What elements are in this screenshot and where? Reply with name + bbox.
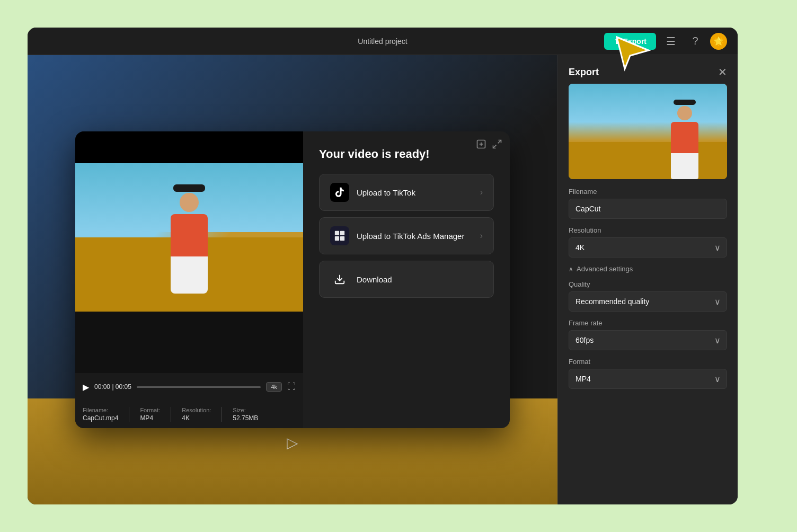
framerate-field: Frame rate 60fps ∨ <box>558 319 738 358</box>
file-info-divider-2 <box>171 407 171 422</box>
tiktok-ads-icon <box>330 226 349 245</box>
advanced-settings-toggle[interactable]: ∧ Advanced settings <box>558 265 738 280</box>
framerate-select-value: 60fps <box>575 336 594 344</box>
svg-rect-7 <box>335 236 339 241</box>
preview-hat <box>674 100 696 105</box>
file-info-divider-1 <box>129 407 129 422</box>
tiktok-icon <box>330 183 349 202</box>
video-preview-side: ▶ 00:00 | 00:05 4k ⛶ <box>75 131 303 428</box>
preview-body-top <box>671 122 698 153</box>
file-info-size: Size: 52.75MB <box>233 407 258 422</box>
resolution-value: 4K <box>182 414 211 422</box>
person-head <box>180 193 199 212</box>
format-select-wrapper: MP4 ∨ <box>569 369 727 389</box>
app-window: Untitled project ⬆ Export ☰ ? 🌟 ▷ <box>28 28 738 504</box>
upload-tiktok-left: Upload to TikTok <box>330 183 415 202</box>
framerate-select[interactable]: 60fps <box>569 330 727 350</box>
quality-field: Quality Recommended quality ∨ <box>558 280 738 319</box>
resolution-badge: 4k <box>266 382 282 392</box>
time-current: 00:00 <box>94 383 110 391</box>
video-ready-modal: ▶ 00:00 | 00:05 4k ⛶ <box>75 131 510 428</box>
resolution-label: Resolution: <box>182 407 211 413</box>
filename-input-value: CapCut <box>575 205 600 213</box>
svg-marker-10 <box>617 37 649 69</box>
export-panel-title: Export <box>569 67 599 78</box>
resolution-field: Resolution 4K ∨ <box>558 226 738 265</box>
format-label: Format: <box>140 407 160 413</box>
framerate-field-label: Frame rate <box>569 319 727 327</box>
time-display: 00:00 | 00:05 <box>94 383 131 391</box>
preview-body-bottom <box>671 153 698 179</box>
time-total: 00:05 <box>116 383 131 391</box>
upload-tiktok-ads-label: Upload to TikTok Ads Manager <box>357 232 464 241</box>
upload-tiktok-ads-button[interactable]: Upload to TikTok Ads Manager › <box>319 217 494 254</box>
video-file-info: Filename: CapCut.mp4 Format: MP4 Resolut… <box>75 401 303 428</box>
tiktok-chevron-icon: › <box>480 188 483 197</box>
file-info-divider-3 <box>222 407 222 422</box>
menu-button[interactable]: ☰ <box>661 32 680 51</box>
action-side: Your video is ready! Upload to TikTok <box>303 131 510 428</box>
video-preview-inner <box>75 131 303 373</box>
upload-tiktok-button[interactable]: Upload to TikTok › <box>319 174 494 211</box>
modal-share-button[interactable] <box>476 139 486 152</box>
help-button[interactable]: ? <box>686 32 705 51</box>
filename-field: Filename CapCut <box>558 188 738 226</box>
size-label: Size: <box>233 407 258 413</box>
person-hat <box>173 184 205 192</box>
resolution-field-label: Resolution <box>569 226 727 234</box>
person-body-top <box>171 214 208 256</box>
svg-rect-5 <box>335 231 339 235</box>
tiktok-ads-chevron-icon: › <box>480 231 483 241</box>
advanced-settings-label: Advanced settings <box>577 265 633 273</box>
project-title: Untitled project <box>358 37 407 46</box>
filename-value: CapCut.mp4 <box>83 414 118 422</box>
center-play-button[interactable]: ▷ <box>287 434 298 451</box>
size-value: 52.75MB <box>233 414 258 422</box>
format-field-label: Format <box>569 358 727 366</box>
export-panel: Export ✕ Filename CapCut <box>557 55 738 504</box>
preview-person <box>663 100 706 179</box>
resolution-select-value: 4K <box>575 243 585 252</box>
upload-tiktok-ads-left: Upload to TikTok Ads Manager <box>330 226 464 245</box>
filename-input[interactable]: CapCut <box>569 199 727 219</box>
format-select-value: MP4 <box>575 375 591 383</box>
format-value: MP4 <box>140 414 160 422</box>
quality-select-value: Recommended quality <box>575 297 649 306</box>
format-field: Format MP4 ∨ <box>558 358 738 396</box>
format-select[interactable]: MP4 <box>569 369 727 389</box>
framerate-select-wrapper: 60fps ∨ <box>569 330 727 350</box>
advanced-settings-chevron-icon: ∧ <box>569 265 573 273</box>
svg-rect-8 <box>340 236 344 241</box>
modal-fullscreen-button[interactable] <box>492 139 502 152</box>
file-info-resolution: Resolution: 4K <box>182 407 211 422</box>
download-left: Download <box>330 270 392 289</box>
file-info-filename: Filename: CapCut.mp4 <box>83 407 118 422</box>
download-button[interactable]: Download <box>319 261 494 298</box>
resolution-select[interactable]: 4K <box>569 237 727 258</box>
play-button[interactable]: ▶ <box>83 382 89 392</box>
modal-top-icons <box>476 139 502 152</box>
upload-tiktok-label: Upload to TikTok <box>357 188 415 197</box>
cursor-arrow <box>612 32 654 74</box>
export-panel-close-button[interactable]: ✕ <box>718 66 727 78</box>
export-preview-image <box>569 84 727 179</box>
video-ready-title: Your video is ready! <box>319 147 494 161</box>
filename-field-label: Filename <box>569 188 727 196</box>
quality-select[interactable]: Recommended quality <box>569 291 727 312</box>
quality-select-wrapper: Recommended quality ∨ <box>569 291 727 312</box>
resolution-select-wrapper: 4K ∨ <box>569 237 727 258</box>
preview-head <box>677 106 692 120</box>
quality-field-label: Quality <box>569 280 727 288</box>
filename-label: Filename: <box>83 407 118 413</box>
video-controls-bar: ▶ 00:00 | 00:05 4k ⛶ <box>75 373 303 401</box>
progress-bar[interactable] <box>137 386 261 388</box>
avatar-button[interactable]: 🌟 <box>710 33 727 50</box>
video-black-top <box>75 131 303 163</box>
editor-area: ▷ <box>28 55 557 504</box>
download-icon <box>330 270 349 289</box>
main-content: ▷ <box>28 55 738 504</box>
fullscreen-button[interactable]: ⛶ <box>287 382 296 392</box>
svg-rect-6 <box>340 231 344 235</box>
video-person <box>157 184 221 301</box>
file-info-format: Format: MP4 <box>140 407 160 422</box>
